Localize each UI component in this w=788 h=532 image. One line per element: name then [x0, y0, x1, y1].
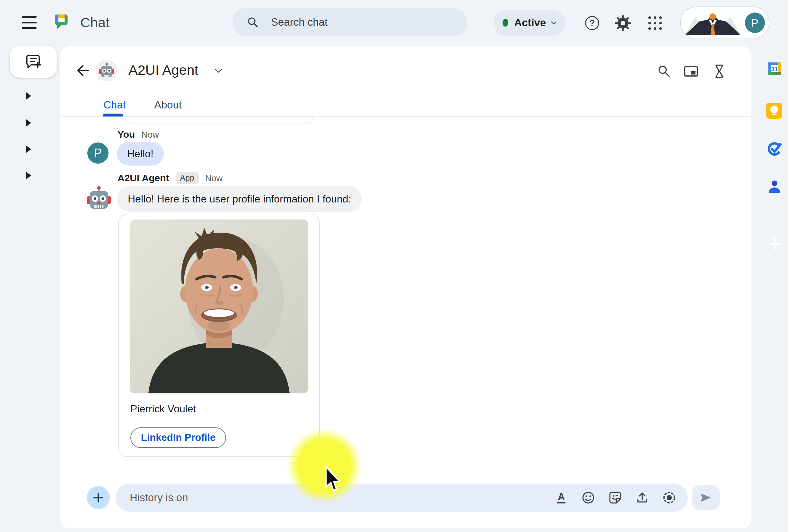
search-icon [657, 64, 671, 78]
rail-section-caret-4[interactable] [26, 172, 31, 179]
send-button[interactable] [692, 485, 720, 510]
tab-about[interactable]: About [154, 99, 182, 111]
settings-button[interactable] [613, 13, 633, 33]
new-chat-button[interactable] [9, 45, 57, 78]
profile-avatar[interactable]: P [745, 13, 765, 33]
robot-icon [99, 63, 115, 79]
conversation-search-button[interactable] [655, 63, 673, 80]
active-tab-indicator [103, 114, 123, 117]
workspace-logo [685, 11, 741, 35]
app-badge: App [176, 172, 199, 184]
history-toggle-button[interactable] [710, 63, 728, 80]
apps-grid-icon [648, 16, 662, 30]
agent-avatar [96, 60, 118, 82]
search-icon [247, 16, 259, 28]
new-chat-icon [25, 53, 42, 70]
compose-add-button[interactable] [87, 486, 110, 509]
rail-section-caret-2[interactable] [26, 119, 31, 126]
message-bubble-you: Hello! [117, 142, 164, 166]
send-icon [699, 492, 713, 504]
profile-photo [130, 220, 308, 393]
get-addons-icon[interactable] [767, 237, 782, 251]
sender-name: You [118, 129, 135, 140]
compose-bar[interactable]: A [116, 484, 688, 512]
profile-name: Pierrick Voulet [130, 403, 196, 415]
emoji-icon [582, 491, 595, 505]
search-bar[interactable] [233, 8, 467, 36]
contacts-icon[interactable] [766, 178, 783, 195]
tab-chat[interactable]: Chat [103, 99, 126, 111]
hourglass-off-icon [712, 64, 726, 79]
main-menu-icon[interactable] [22, 16, 37, 29]
previous-message-partial [125, 117, 313, 124]
search-input[interactable] [271, 16, 451, 28]
back-button[interactable] [75, 62, 91, 79]
rail-section-caret-1[interactable] [26, 93, 31, 100]
record-button[interactable] [662, 491, 676, 505]
google-chat-app: Chat Active ? [0, 0, 788, 532]
sticker-icon [609, 491, 622, 505]
help-icon: ? [585, 16, 599, 30]
robot-icon [86, 185, 112, 211]
title-menu-chevron-icon[interactable] [215, 69, 222, 73]
chevron-down-icon [551, 21, 556, 25]
top-bar: Chat Active ? [0, 0, 788, 46]
rail-section-caret-3[interactable] [26, 146, 31, 153]
message-time: Now [141, 130, 159, 140]
format-icon: A [557, 492, 566, 504]
plus-icon [92, 492, 104, 504]
google-chat-logo-icon [53, 12, 71, 29]
user-avatar: P [87, 142, 109, 164]
google-calendar-icon[interactable]: 31 [766, 60, 783, 77]
message-bubble-agent: Hello! Here is the user profile informat… [117, 186, 362, 212]
open-in-new-window-button[interactable] [682, 63, 700, 80]
status-label: Active [514, 17, 546, 29]
agent-message-avatar [86, 185, 112, 211]
google-tasks-icon[interactable] [766, 141, 783, 157]
google-apps-button[interactable] [645, 13, 665, 33]
emoji-button[interactable] [581, 491, 595, 505]
upload-button[interactable] [635, 491, 649, 505]
status-selector[interactable]: Active [494, 10, 566, 36]
upload-icon [635, 491, 649, 505]
active-status-dot-icon [503, 19, 508, 27]
format-text-button[interactable]: A [554, 491, 568, 505]
google-keep-icon[interactable] [766, 103, 783, 119]
calendar-day-number: 31 [771, 66, 778, 73]
message-meta-agent: A2UI Agent App Now [118, 172, 222, 184]
account-area[interactable]: P [680, 6, 769, 39]
app-title: Chat [80, 15, 110, 30]
sender-name: A2UI Agent [118, 172, 169, 184]
sticker-button[interactable] [608, 491, 622, 505]
compose-actions: A [554, 491, 676, 505]
conversation-title: A2UI Agent [129, 62, 198, 78]
record-icon [662, 491, 676, 505]
message-input[interactable] [130, 492, 554, 504]
message-meta-you: You Now [118, 129, 159, 140]
picture-in-picture-icon [684, 64, 698, 78]
linkedin-profile-button[interactable]: LinkedIn Profile [130, 427, 226, 448]
user-profile-card: Pierrick Voulet LinkedIn Profile [118, 214, 320, 457]
gear-icon [615, 15, 631, 32]
help-button[interactable]: ? [582, 13, 603, 33]
message-time: Now [205, 173, 222, 184]
